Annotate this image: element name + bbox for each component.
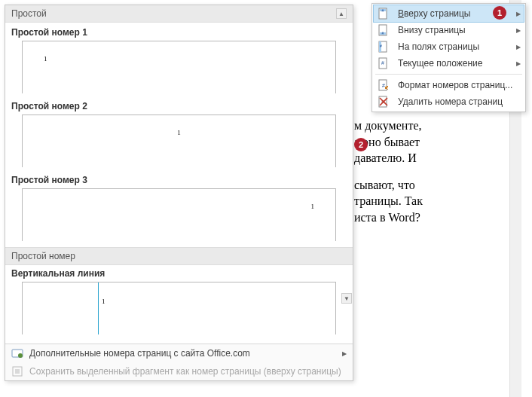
gallery-footer: Дополнительные номера страниц с сайта Of… — [5, 344, 353, 380]
chevron-right-icon: ▶ — [516, 27, 521, 34]
page-number-menu: # Вверху страницы ▶ # Внизу страницы ▶ #… — [371, 3, 526, 112]
menu-label: Текущее положение — [398, 58, 509, 69]
page-top-icon: # — [377, 8, 390, 20]
gallery-item-simple-1[interactable]: 1 — [22, 41, 336, 93]
gallery-item-label: Вертикальная линия — [5, 265, 353, 282]
document-body-text: м документе, а оно бывает давателю. И сы… — [354, 118, 475, 237]
gallery-item-vertical-line[interactable]: 1 — [22, 282, 336, 334]
gallery-body: Простой номер 1 1 Простой номер 2 1 Прос… — [5, 23, 353, 344]
format-icon: # — [377, 79, 390, 91]
menu-item-bottom-of-page[interactable]: # Внизу страницы ▶ — [374, 22, 524, 38]
footer-label: Дополнительные номера страниц с сайта Of… — [29, 348, 250, 359]
current-position-icon: # — [377, 57, 390, 69]
menu-label: Формат номеров страниц... — [398, 80, 521, 90]
chevron-right-icon: ▶ — [516, 60, 521, 67]
office-web-icon — [11, 347, 23, 359]
menu-item-remove-numbers[interactable]: # Удалить номера страниц — [374, 93, 524, 110]
svg-text:#: # — [382, 83, 385, 88]
gallery-header-label: Простой — [11, 8, 47, 19]
gallery-item-label: Простой номер 1 — [5, 24, 353, 41]
menu-item-current-position[interactable]: # Текущее положение ▶ — [374, 55, 524, 72]
scroll-down-button[interactable]: ▼ — [341, 293, 352, 304]
menu-label: На полях страницы — [398, 41, 509, 52]
svg-text:#: # — [380, 44, 382, 48]
page-margin-icon: # — [377, 41, 390, 53]
save-selection-button: Сохранить выделенный фрагмент как номер … — [5, 362, 353, 380]
svg-text:#: # — [382, 31, 384, 35]
gallery-item-label: Простой номер 3 — [5, 172, 353, 188]
page-bottom-icon: # — [377, 24, 390, 36]
page-number-sample: 1 — [102, 298, 105, 305]
doc-line: м документе, — [354, 119, 421, 132]
menu-separator — [375, 74, 522, 75]
svg-rect-3 — [15, 369, 20, 374]
doc-line: давателю. И — [354, 151, 417, 164]
chevron-right-icon: ▶ — [516, 44, 521, 50]
gallery-item-label: Простой номер 2 — [5, 98, 353, 115]
gallery-item-simple-3[interactable]: 1 — [22, 188, 336, 241]
chevron-right-icon: ▶ — [516, 11, 521, 17]
doc-line: траницы. Так — [354, 194, 423, 207]
annotation-badge-2: 2 — [354, 138, 368, 151]
menu-item-page-margins[interactable]: # На полях страницы ▶ — [374, 38, 524, 55]
page-number-gallery: Простой ▲ Простой номер 1 1 Простой номе… — [5, 5, 353, 381]
save-fragment-icon — [11, 365, 23, 377]
menu-label: Внизу страницы — [398, 25, 509, 35]
chevron-right-icon: ▶ — [342, 350, 347, 357]
gallery-section-header-2: Простой номер — [5, 247, 353, 265]
doc-line: иста в Word? — [354, 211, 420, 224]
scroll-up-button[interactable]: ▲ — [336, 8, 347, 19]
gallery-item-simple-2[interactable]: 1 — [22, 115, 336, 167]
menu-label: Удалить номера страниц — [398, 96, 521, 107]
page-number-sample: 1 — [311, 203, 315, 210]
page-number-sample: 1 — [177, 129, 181, 136]
svg-text:#: # — [382, 8, 384, 13]
menu-label: Вверху страницы — [398, 8, 509, 19]
doc-line: сывают, что — [354, 179, 415, 191]
svg-text:#: # — [381, 60, 384, 66]
gallery-section-header: Простой ▲ — [5, 5, 353, 23]
more-from-office-button[interactable]: Дополнительные номера страниц с сайта Of… — [5, 344, 353, 362]
annotation-badge-1: 1 — [493, 6, 506, 20]
footer-label: Сохранить выделенный фрагмент как номер … — [29, 366, 341, 377]
menu-item-format-numbers[interactable]: # Формат номеров страниц... — [374, 77, 524, 93]
page-number-sample: 1 — [44, 55, 47, 63]
remove-icon: # — [377, 96, 390, 108]
svg-point-1 — [18, 353, 23, 358]
